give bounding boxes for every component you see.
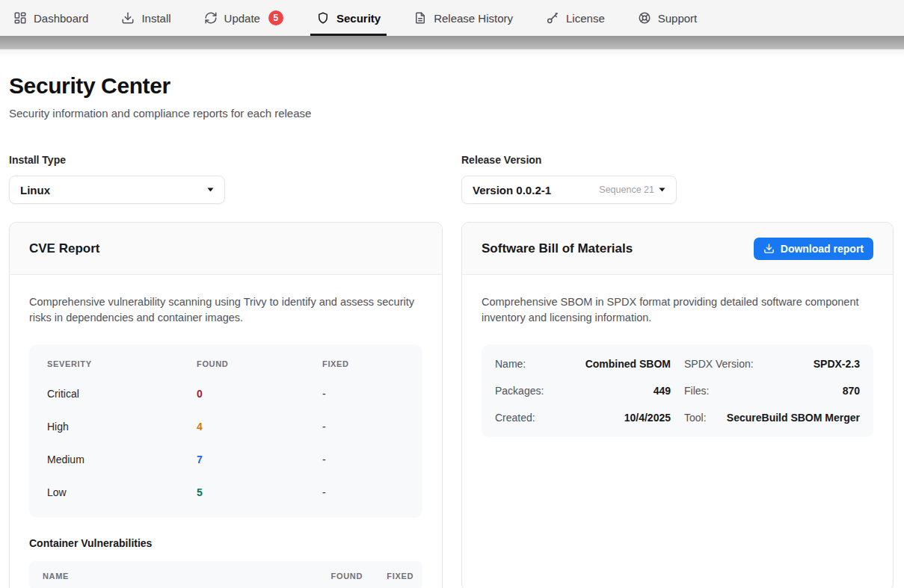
sbom-spdx-version-pair: SPDX Version: SPDX-2.3	[684, 350, 860, 377]
download-report-button[interactable]: Download report	[754, 238, 873, 260]
sbom-title: Software Bill of Materials	[482, 241, 633, 256]
sbom-tool-pair: Tool: SecureBuild SBOM Merger	[684, 404, 860, 431]
chevron-down-icon	[659, 188, 665, 192]
nav-item-support[interactable]: Support	[638, 0, 698, 36]
sbom-header: Software Bill of Materials Download repo…	[462, 223, 893, 275]
fixed-count: -	[322, 421, 405, 433]
nav-label: Dashboard	[34, 12, 88, 25]
found-count: 5	[197, 486, 322, 498]
page-title: Security Center	[9, 73, 895, 99]
nav-item-dashboard[interactable]: Dashboard	[13, 0, 88, 36]
sbom-info-row: Packages: 449 Files: 870	[495, 377, 860, 404]
cve-report-title: CVE Report	[29, 241, 99, 256]
fixed-col-header: Fixed	[322, 359, 405, 368]
fixed-count: -	[322, 486, 405, 498]
nav-item-install[interactable]: Install	[121, 0, 170, 36]
nav-item-update[interactable]: Update 5	[204, 0, 283, 36]
sbom-field-value: Combined SBOM	[585, 358, 671, 370]
severity-label: Critical	[47, 388, 197, 400]
page-subtitle: Security information and compliance repo…	[9, 107, 895, 120]
sbom-body: Comprehensive SBOM in SPDX format provid…	[462, 275, 893, 457]
release-version-filter: Release Version Version 0.0.2-1 Sequence…	[461, 154, 894, 204]
fixed-col-header: Fixed	[372, 572, 413, 581]
release-sequence-text: Sequence 21	[599, 185, 654, 195]
sbom-description: Comprehensive SBOM in SPDX format provid…	[482, 294, 872, 326]
name-col-header: Name	[43, 572, 310, 581]
severity-row-low: Low 5 -	[29, 476, 422, 509]
cve-report-description: Comprehensive vulnerability scanning usi…	[29, 294, 419, 326]
dashboard-icon	[13, 11, 27, 25]
support-lifebuoy-icon	[638, 11, 651, 25]
sbom-files-pair: Files: 870	[684, 377, 860, 404]
chevron-down-icon	[207, 188, 214, 192]
nav-item-security[interactable]: Security	[316, 0, 381, 36]
sbom-created-pair: Created: 10/4/2025	[495, 404, 671, 431]
install-type-label: Install Type	[9, 154, 443, 166]
sbom-field-label: Name:	[495, 358, 526, 370]
header-divider-fade	[0, 49, 904, 57]
sbom-field-label: Packages:	[495, 385, 544, 397]
found-count: 7	[197, 454, 322, 465]
severity-row-medium: Medium 7 -	[29, 443, 422, 476]
cve-report-header: CVE Report	[10, 223, 442, 275]
header-divider-band	[0, 36, 904, 49]
fixed-count: -	[322, 454, 405, 465]
install-type-filter: Install Type Linux	[9, 154, 443, 204]
download-icon	[763, 243, 775, 254]
sbom-info-row: Name: Combined SBOM SPDX Version: SPDX-2…	[495, 350, 860, 377]
sbom-field-value: 449	[654, 385, 671, 397]
release-history-icon	[413, 11, 427, 25]
nav-label: Security	[336, 12, 381, 25]
sbom-field-label: Tool:	[684, 412, 707, 424]
sbom-field-value: SPDX-2.3	[814, 358, 860, 370]
severity-label: Low	[47, 486, 197, 498]
update-icon	[204, 11, 218, 25]
nav-item-release-history[interactable]: Release History	[413, 0, 513, 36]
sbom-name-pair: Name: Combined SBOM	[495, 350, 671, 377]
nav-label: Release History	[434, 12, 513, 25]
sbom-field-label: Files:	[684, 385, 709, 397]
sbom-card: Software Bill of Materials Download repo…	[461, 222, 894, 588]
found-count: 0	[197, 388, 322, 400]
sbom-packages-pair: Packages: 449	[495, 377, 671, 404]
release-version-meta-group: Sequence 21	[599, 185, 665, 195]
sbom-info-table: Name: Combined SBOM SPDX Version: SPDX-2…	[482, 344, 873, 437]
cve-report-body: Comprehensive vulnerability scanning usi…	[10, 275, 442, 588]
install-icon	[121, 11, 135, 25]
severity-table: Severity Found Fixed Critical 0 - High 4…	[29, 344, 422, 518]
main-content: Security Center Security information and…	[0, 73, 904, 588]
filters-row: Install Type Linux Release Version Versi…	[9, 154, 895, 204]
severity-col-header: Severity	[47, 359, 197, 368]
release-version-label: Release Version	[461, 154, 894, 166]
install-type-value: Linux	[20, 184, 50, 196]
container-vulnerabilities-title: Container Vulnerabilities	[29, 537, 422, 549]
severity-table-header: Severity Found Fixed	[29, 350, 422, 377]
cards-row: CVE Report Comprehensive vulnerability s…	[9, 222, 895, 588]
sbom-field-value: SecureBuild SBOM Merger	[727, 412, 860, 424]
release-version-value: Version 0.0.2-1	[473, 184, 551, 196]
download-report-label: Download report	[781, 243, 864, 255]
severity-row-high: High 4 -	[29, 410, 422, 443]
install-type-select[interactable]: Linux	[9, 176, 225, 204]
sbom-info-row: Created: 10/4/2025 Tool: SecureBuild SBO…	[495, 404, 860, 431]
found-col-header: Found	[197, 359, 322, 368]
security-shield-icon	[316, 11, 330, 25]
nav-label: Update	[224, 12, 260, 25]
found-col-header: Found	[310, 572, 363, 581]
license-key-icon	[546, 11, 559, 25]
fixed-count: -	[322, 388, 405, 400]
severity-row-critical: Critical 0 -	[29, 377, 422, 410]
sbom-field-value: 870	[843, 385, 860, 397]
release-version-select[interactable]: Version 0.0.2-1 Sequence 21	[461, 176, 677, 204]
cve-report-card: CVE Report Comprehensive vulnerability s…	[9, 222, 443, 588]
sbom-field-value: 10/4/2025	[624, 412, 671, 424]
sbom-field-label: SPDX Version:	[684, 358, 754, 370]
sbom-field-label: Created:	[495, 412, 535, 424]
update-count-badge: 5	[268, 10, 283, 25]
nav-label: Support	[658, 12, 698, 25]
nav-item-license[interactable]: License	[546, 0, 605, 36]
top-navigation: Dashboard Install Update 5 Security Rele…	[0, 0, 904, 36]
severity-label: Medium	[47, 454, 197, 465]
found-count: 4	[197, 421, 322, 433]
nav-label: License	[566, 12, 605, 25]
